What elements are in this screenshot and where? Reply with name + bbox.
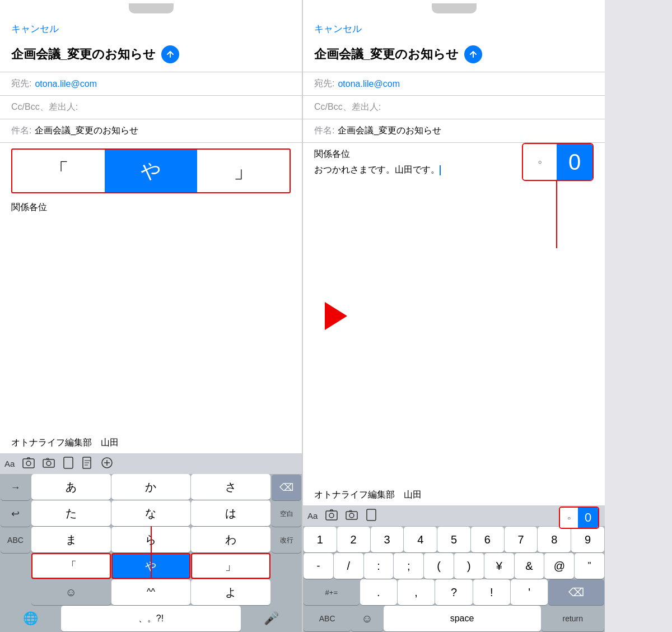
right-key-7[interactable]: 7 [505, 527, 538, 552]
right-key-3[interactable]: 3 [371, 527, 404, 552]
left-kb-doc-btn[interactable] [82, 457, 93, 471]
right-key-4[interactable]: 4 [404, 527, 437, 552]
left-kb-photo-btn[interactable] [22, 457, 35, 470]
right-small-popup-dot: ○ [560, 506, 578, 529]
right-to-row: 宛先: otona.lile@com [314, 72, 594, 95]
right-key-apos[interactable]: ' [511, 579, 548, 605]
left-body-area[interactable]: 関係各位 [11, 196, 291, 435]
left-kb-mic-key[interactable]: 🎤 [241, 606, 301, 631]
svg-rect-0 [23, 459, 34, 468]
left-kb-final-row: 🌐 、。?! 🎤 [0, 605, 302, 632]
left-kb-arrow-key[interactable]: → [1, 475, 30, 500]
left-kb-punct-key[interactable]: 、。?! [61, 606, 241, 631]
right-key-exclaim[interactable]: ! [473, 579, 510, 605]
svg-point-1 [26, 461, 31, 466]
right-subject-value: 企画会議_変更のお知らせ [338, 125, 441, 137]
left-kb-yo-key[interactable]: よ [191, 579, 270, 605]
left-kb-abc-key[interactable]: ABC [1, 527, 30, 553]
right-num-row1: 1 2 3 4 5 6 7 8 9 [303, 526, 605, 552]
right-to-label: 宛先: [314, 78, 334, 90]
left-to-row: 宛先: otona.lile@com [11, 72, 291, 95]
right-kb-photo-btn[interactable] [325, 509, 338, 522]
left-key-popup: 「 や 」 [11, 148, 291, 193]
left-key-popup-area: 「 や 」 [11, 148, 291, 193]
left-kb-ta-key[interactable]: た [31, 500, 111, 526]
right-key-9[interactable]: 9 [571, 527, 604, 552]
right-key-numpad[interactable]: #+= [304, 579, 360, 605]
right-key-6[interactable]: 6 [471, 527, 504, 552]
right-popup-connector-top [556, 181, 557, 248]
right-num-row3: #+= . , ? ! ' ⌫ [303, 579, 605, 605]
right-cancel-button[interactable]: キャンセル [314, 17, 594, 41]
right-key-semi[interactable]: ; [394, 553, 423, 579]
right-kb-file-btn[interactable] [366, 509, 377, 523]
right-key-comma[interactable]: , [398, 579, 435, 605]
left-kb-hat-key[interactable]: ^^ [111, 579, 191, 605]
left-kb-emoji-key[interactable]: ☺ [31, 579, 111, 605]
svg-rect-5 [64, 457, 73, 468]
right-key-5[interactable]: 5 [437, 527, 470, 552]
right-popup-zero: 0 [557, 143, 592, 181]
right-key-minus[interactable]: - [304, 553, 333, 579]
left-kb-enter-key[interactable]: 改行 [272, 527, 301, 553]
left-kb-bottom-left-key[interactable]: 「 [31, 553, 111, 579]
left-popup-right-key: 」 [197, 150, 290, 192]
right-large-popup: ○ 0 [522, 143, 594, 181]
left-divider-4 [0, 142, 302, 143]
left-kb-camera-btn[interactable] [43, 457, 55, 470]
left-kb-ha-key[interactable]: は [191, 500, 270, 526]
left-kb-undo-key[interactable]: ↩ [1, 501, 30, 527]
left-kb-ka-key[interactable]: か [111, 474, 191, 500]
right-kb-camera-btn[interactable] [346, 509, 358, 522]
left-kb-space-key[interactable]: 空白 [272, 501, 301, 527]
right-key-amp[interactable]: & [515, 553, 544, 579]
right-key-lparen[interactable]: ( [424, 553, 454, 579]
svg-rect-8 [326, 511, 337, 520]
right-key-emoji[interactable]: ☺ [351, 606, 382, 631]
right-body-area[interactable]: 関係各位 おつかれさまです。山田です。 ○ 0 [314, 143, 594, 487]
right-key-space[interactable]: space [384, 606, 541, 631]
left-to-value[interactable]: otona.lile@com [35, 79, 97, 89]
right-key-abc[interactable]: ABC [304, 606, 351, 631]
right-key-backspace[interactable]: ⌫ [548, 579, 604, 605]
svg-rect-2 [43, 459, 54, 467]
right-key-8[interactable]: 8 [538, 527, 571, 552]
right-phone-top-bar [303, 0, 605, 17]
right-key-rparen[interactable]: ) [454, 553, 484, 579]
left-cancel-button[interactable]: キャンセル [11, 17, 291, 41]
right-key-at[interactable]: @ [544, 553, 574, 579]
left-kb-wa-key[interactable]: わ [191, 527, 270, 552]
right-key-return[interactable]: return [542, 606, 604, 631]
svg-rect-12 [349, 510, 352, 512]
left-cc-label: Cc/Bcc、差出人: [11, 101, 78, 113]
right-key-colon[interactable]: : [364, 553, 394, 579]
right-key-dot[interactable]: . [360, 579, 397, 605]
right-key-yen[interactable]: ¥ [484, 553, 514, 579]
right-to-value[interactable]: otona.lile@com [338, 79, 400, 89]
left-kb-nav-btn[interactable] [101, 457, 113, 471]
left-kb-ma-key[interactable]: ま [31, 527, 111, 552]
left-kb-file-btn[interactable] [63, 457, 74, 471]
left-kb-na-key[interactable]: な [111, 500, 191, 526]
left-send-button[interactable] [161, 45, 179, 63]
right-key-question[interactable]: ? [435, 579, 472, 605]
left-kb-sa-key[interactable]: さ [191, 474, 270, 500]
left-kb-bottom-right-key[interactable]: 」 [191, 553, 270, 579]
right-send-button[interactable] [464, 45, 482, 63]
left-kb-a-key[interactable]: あ [31, 474, 111, 500]
right-key-slash[interactable]: / [334, 553, 363, 579]
left-signature: オトナライフ編集部 山田 [11, 435, 291, 453]
right-phone-notch [432, 3, 477, 13]
left-kb-globe-key[interactable]: 🌐 [1, 606, 60, 631]
left-kb-aa-btn[interactable]: Aa [4, 459, 15, 468]
right-key-quote[interactable]: " [575, 553, 604, 579]
right-key-2[interactable]: 2 [337, 527, 370, 552]
right-subject-title-row: 企画会議_変更のお知らせ [314, 45, 594, 63]
left-kb-toolbar: Aa [0, 453, 302, 474]
right-subject-title: 企画会議_変更のお知らせ [314, 46, 459, 63]
left-popup-left-key: 「 [12, 150, 105, 192]
left-kb-backspace-key[interactable]: ⌫ [272, 475, 301, 500]
right-kb-aa-btn[interactable]: Aa [307, 511, 318, 521]
right-key-1[interactable]: 1 [304, 527, 337, 552]
arrow-indicator [325, 302, 347, 330]
